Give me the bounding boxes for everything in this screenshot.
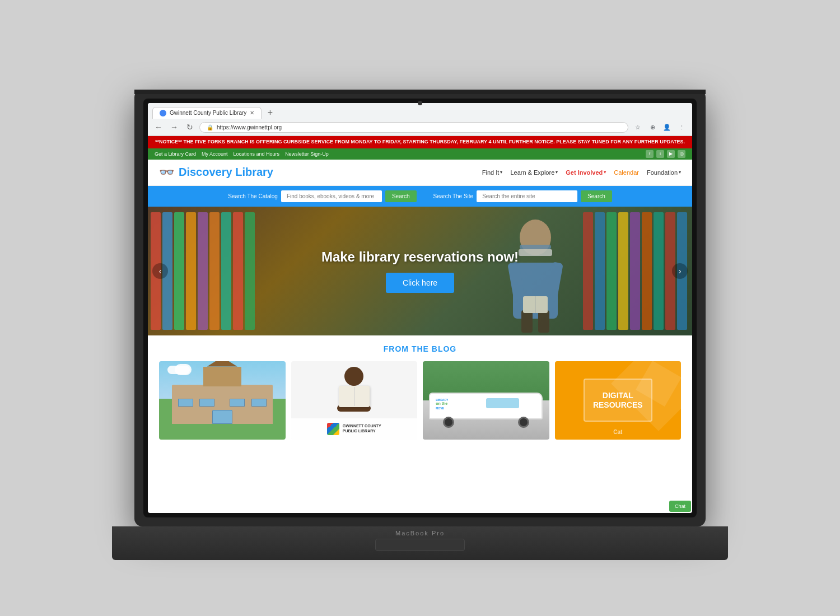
card-reading-overlay: GWINNETT COUNTYPUBLIC LIBRARY bbox=[291, 418, 418, 440]
main-nav: Find It ▾ Learn & Explore ▾ Get Involved… bbox=[482, 169, 681, 176]
nav-foundation[interactable]: Foundation ▾ bbox=[647, 169, 681, 176]
nav-find-it[interactable]: Find It ▾ bbox=[482, 169, 503, 176]
main-header: 👓 Discovery Library Find It ▾ Learn & Ex… bbox=[148, 160, 692, 186]
social-icons: f t ▶ ◎ bbox=[646, 150, 685, 158]
laptop-frame: Gwinnett County Public Library ✕ + ← → ↻… bbox=[112, 56, 728, 560]
screen-bezel: Gwinnett County Public Library ✕ + ← → ↻… bbox=[143, 99, 697, 517]
laptop-brand-label: MacBook Pro bbox=[395, 530, 445, 536]
nav-calendar[interactable]: Calendar bbox=[614, 169, 639, 176]
youtube-icon[interactable]: ▶ bbox=[667, 150, 675, 158]
tab-favicon bbox=[160, 110, 166, 116]
catalog-search-group: Search The Catalog Search bbox=[228, 190, 416, 202]
digital-resources-subtitle: Cat bbox=[613, 429, 622, 435]
catalog-search-button[interactable]: Search bbox=[385, 190, 417, 202]
browser-chrome: Gwinnett County Public Library ✕ + ← → ↻… bbox=[148, 103, 692, 136]
logo-area[interactable]: 👓 Discovery Library bbox=[159, 165, 273, 180]
toolbar-icons: ☆ ⊕ 👤 ⋮ bbox=[632, 121, 688, 133]
nav-get-involved[interactable]: Get Involved ▾ bbox=[566, 169, 606, 176]
utility-link-my-account[interactable]: My Account bbox=[202, 151, 228, 157]
alert-text: **NOTICE** THE FIVE FORKS BRANCH IS OFFE… bbox=[155, 139, 685, 144]
lock-icon: 🔒 bbox=[207, 124, 213, 130]
logo-glasses-icon: 👓 bbox=[159, 165, 174, 180]
forward-button[interactable]: → bbox=[168, 121, 180, 133]
browser-tabs: Gwinnett County Public Library ✕ + bbox=[148, 103, 692, 119]
blog-grid: GWINNETT COUNTYPUBLIC LIBRARY bbox=[159, 361, 681, 440]
blog-card-mobile-library[interactable]: LIBRARYon theMOVE bbox=[423, 361, 549, 440]
utility-link-library-card[interactable]: Get a Library Card bbox=[155, 151, 196, 157]
new-tab-button[interactable]: + bbox=[264, 106, 276, 119]
extension-icon[interactable]: ⊕ bbox=[646, 121, 659, 133]
get-involved-arrow: ▾ bbox=[604, 170, 606, 175]
find-it-arrow: ▾ bbox=[500, 170, 502, 175]
blog-card-digital-resources[interactable]: DIGITALRESOURCES Cat bbox=[555, 361, 682, 440]
gwinnett-logo bbox=[327, 423, 339, 435]
tab-title: Gwinnett County Public Library bbox=[170, 110, 246, 116]
alert-banner: **NOTICE** THE FIVE FORKS BRANCH IS OFFE… bbox=[148, 136, 692, 148]
utility-link-locations[interactable]: Locations and Hours bbox=[234, 151, 280, 157]
nav-learn-explore[interactable]: Learn & Explore ▾ bbox=[510, 169, 558, 176]
slider-next-button[interactable]: › bbox=[672, 263, 688, 279]
hero-title: Make library reservations now! bbox=[321, 249, 519, 265]
catalog-search-input[interactable] bbox=[281, 190, 382, 202]
tab-close-icon[interactable]: ✕ bbox=[250, 110, 254, 116]
trackpad[interactable] bbox=[375, 539, 465, 551]
instagram-icon[interactable]: ◎ bbox=[678, 150, 685, 158]
logo-text: Discovery Library bbox=[179, 166, 273, 179]
site-search-label: Search The Site bbox=[433, 193, 474, 199]
foundation-arrow: ▾ bbox=[679, 170, 681, 175]
screen: Gwinnett County Public Library ✕ + ← → ↻… bbox=[148, 103, 692, 513]
browser-toolbar: ← → ↻ 🔒 https://www.gwinnettpl.org ☆ ⊕ 👤… bbox=[148, 119, 692, 136]
reload-button[interactable]: ↻ bbox=[184, 121, 196, 133]
user-icon[interactable]: 👤 bbox=[661, 121, 673, 133]
gwinnett-library-text: GWINNETT COUNTYPUBLIC LIBRARY bbox=[343, 424, 381, 433]
chat-button[interactable]: Chat bbox=[669, 501, 691, 512]
utility-bar: Get a Library Card My Account Locations … bbox=[148, 148, 692, 160]
star-icon[interactable]: ☆ bbox=[632, 121, 644, 133]
learn-explore-arrow: ▾ bbox=[556, 170, 558, 175]
laptop-base: MacBook Pro bbox=[112, 526, 728, 560]
url-text: https://www.gwinnettpl.org bbox=[217, 124, 282, 130]
back-button[interactable]: ← bbox=[152, 121, 165, 133]
facebook-icon[interactable]: f bbox=[646, 150, 654, 158]
blog-card-building[interactable] bbox=[159, 361, 286, 440]
laptop-hinge bbox=[134, 90, 706, 94]
laptop-body: Gwinnett County Public Library ✕ + ← → ↻… bbox=[134, 90, 706, 526]
blog-card-reading[interactable]: GWINNETT COUNTYPUBLIC LIBRARY bbox=[291, 361, 418, 440]
blog-section-title: FROM THE BLOG bbox=[159, 344, 681, 353]
website-content: **NOTICE** THE FIVE FORKS BRANCH IS OFFE… bbox=[148, 136, 692, 513]
hero-content: Make library reservations now! Click her… bbox=[148, 207, 692, 335]
utility-links: Get a Library Card My Account Locations … bbox=[155, 151, 329, 157]
blog-section: FROM THE BLOG bbox=[148, 335, 692, 513]
menu-icon[interactable]: ⋮ bbox=[675, 121, 688, 133]
site-search-group: Search The Site Search bbox=[433, 190, 612, 202]
catalog-search-label: Search The Catalog bbox=[228, 193, 278, 199]
site-search-input[interactable] bbox=[477, 190, 577, 202]
site-search-button[interactable]: Search bbox=[581, 190, 612, 202]
slider-prev-button[interactable]: ‹ bbox=[152, 263, 168, 279]
camera bbox=[418, 101, 422, 105]
browser-tab[interactable]: Gwinnett County Public Library ✕ bbox=[152, 107, 262, 119]
search-bar: Search The Catalog Search Search The Sit… bbox=[148, 186, 692, 207]
twitter-icon[interactable]: t bbox=[656, 150, 664, 158]
utility-link-newsletter[interactable]: Newsletter Sign-Up bbox=[285, 151, 329, 157]
hero-cta-button[interactable]: Click here bbox=[386, 273, 454, 293]
address-bar[interactable]: 🔒 https://www.gwinnettpl.org bbox=[199, 122, 628, 133]
hero-slider: Make library reservations now! Click her… bbox=[148, 207, 692, 335]
